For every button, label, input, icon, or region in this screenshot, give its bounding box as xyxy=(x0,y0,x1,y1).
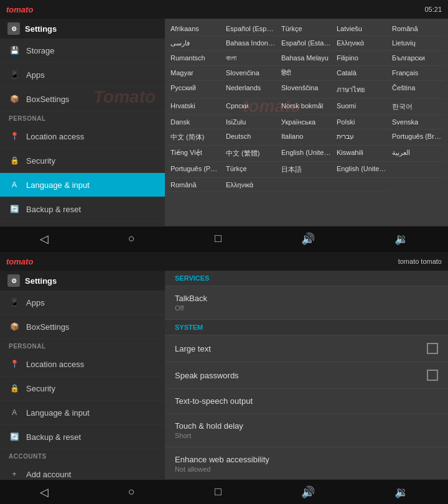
list-item[interactable]: Kiswahili xyxy=(334,146,390,162)
back-button-bottom[interactable]: ◁ xyxy=(30,482,58,502)
sidebar-item-security2[interactable]: 🔒 Security xyxy=(0,376,165,401)
list-item[interactable]: Slovenščina xyxy=(279,81,334,99)
list-item[interactable]: IsiZulu xyxy=(223,115,279,129)
list-item[interactable]: Русский xyxy=(168,81,223,99)
bottom-bar: tomato tomato tomato xyxy=(0,252,448,271)
list-item[interactable]: Latviešu xyxy=(334,22,390,36)
home-button-bottom[interactable]: ○ xyxy=(119,482,144,502)
tts-row[interactable]: Text-to-speech output xyxy=(165,389,448,414)
list-item[interactable]: Italiano xyxy=(279,129,334,146)
list-item[interactable]: Tiếng Việt xyxy=(168,146,223,162)
list-item[interactable]: العربية xyxy=(390,146,445,162)
list-item[interactable]: Deutsch xyxy=(223,129,279,146)
speak-passwords-checkbox[interactable] xyxy=(427,370,438,381)
list-item[interactable]: Lietuvių xyxy=(390,36,445,51)
list-item[interactable]: Svenska xyxy=(390,115,445,129)
list-item[interactable]: Norsk bokmål xyxy=(279,99,334,115)
large-text-title: Large text xyxy=(175,344,427,353)
bottom-bar-logos2: tomato tomato xyxy=(398,258,442,265)
home-button[interactable]: ○ xyxy=(119,229,144,248)
top-bar-logo: tomato xyxy=(6,5,33,14)
enhance-row[interactable]: Enhance web accessibility Not allowed xyxy=(165,447,448,479)
list-item[interactable]: Dansk xyxy=(168,115,223,129)
list-item[interactable]: Filipino xyxy=(334,51,390,66)
list-item[interactable]: Català xyxy=(334,66,390,81)
sidebar-item-location2[interactable]: 📍 Location access xyxy=(0,352,165,376)
list-item[interactable]: Türkçe xyxy=(223,162,279,178)
list-item[interactable]: 中文 (繁體) xyxy=(223,146,279,162)
list-item[interactable]: Српски xyxy=(223,99,279,115)
sidebar-item-security[interactable]: 🔒 Security xyxy=(0,149,165,173)
vol-down-bottom[interactable]: 🔊 xyxy=(292,482,324,502)
language-icon: A xyxy=(9,179,20,190)
list-item[interactable]: Ελληνικά xyxy=(223,178,279,192)
sidebar-item-boxsettings[interactable]: 📦 BoxSettings xyxy=(0,87,165,111)
list-item[interactable]: Română xyxy=(168,178,223,192)
talkback-row[interactable]: TalkBack Off xyxy=(165,286,448,320)
list-item[interactable] xyxy=(279,178,334,192)
list-item[interactable]: Afrikaans xyxy=(168,22,223,36)
list-item[interactable]: Bahasa Melayu xyxy=(279,51,334,66)
list-item[interactable]: বাংলা xyxy=(223,51,279,66)
recent-button[interactable]: □ xyxy=(205,229,231,248)
list-item[interactable]: Български xyxy=(390,51,445,66)
list-item[interactable]: Magyar xyxy=(168,66,223,81)
sidebar-item-language2[interactable]: A Language & input xyxy=(0,401,165,425)
list-item[interactable]: Ελληνικά xyxy=(334,36,390,51)
list-item[interactable]: Bahasa Indonesia xyxy=(223,36,279,51)
vol-down-button[interactable]: 🔊 xyxy=(292,229,324,249)
storage-icon: 💾 xyxy=(9,45,20,56)
top-bar-time: 05:21 xyxy=(424,6,442,13)
sidebar-item-backup[interactable]: 🔄 Backup & reset xyxy=(0,197,165,222)
large-text-checkbox[interactable] xyxy=(427,343,438,354)
list-item[interactable]: Suomi xyxy=(334,99,390,115)
list-item[interactable]: עברית xyxy=(334,129,390,146)
vol-up-bottom[interactable]: 🔉 xyxy=(385,482,418,502)
sidebar-item-apps[interactable]: 📱 Apps xyxy=(0,63,165,87)
recent-button-bottom[interactable]: □ xyxy=(205,482,231,502)
list-item[interactable]: Türkçe xyxy=(279,22,334,36)
system-header: SYSTEM xyxy=(165,320,448,335)
large-text-row[interactable]: Large text xyxy=(165,335,448,362)
list-item[interactable]: ภาษาไทย xyxy=(334,81,390,99)
list-item[interactable]: English (United States) xyxy=(334,162,390,178)
speak-passwords-row[interactable]: Speak passwords xyxy=(165,362,448,389)
list-item[interactable]: Español (Estados U… xyxy=(279,36,334,51)
bottom-panel: tomato tomato tomato ⚙ Settings 📱 Apps 📦… xyxy=(0,252,448,504)
list-item[interactable]: Nederlands xyxy=(223,81,279,99)
list-item[interactable]: Română xyxy=(390,22,445,36)
list-item[interactable]: Français xyxy=(390,66,445,81)
list-item[interactable]: Português (Portu… xyxy=(168,162,223,178)
list-item[interactable] xyxy=(390,162,445,178)
list-item[interactable]: 日本語 xyxy=(279,162,334,178)
sidebar-item-apps2[interactable]: 📱 Apps xyxy=(0,291,165,315)
list-item[interactable]: Українська xyxy=(279,115,334,129)
bottom-settings-icon: ⚙ xyxy=(7,274,20,287)
apps-icon: 📱 xyxy=(9,69,20,80)
list-item[interactable]: English (United Kin… xyxy=(279,146,334,162)
list-item[interactable]: Português (Brasi… xyxy=(390,129,445,146)
sidebar-item-storage[interactable]: 💾 Storage xyxy=(0,39,165,63)
touch-hold-row[interactable]: Touch & hold delay Short xyxy=(165,414,448,447)
vol-up-button[interactable]: 🔉 xyxy=(385,229,418,249)
list-item[interactable]: Rumantsch xyxy=(168,51,223,66)
list-item[interactable]: 한국어 xyxy=(390,99,445,115)
list-item[interactable]: Hrvatski xyxy=(168,99,223,115)
sidebar-item-location[interactable]: 📍 Location access xyxy=(0,124,165,149)
list-item[interactable]: Slovenčina xyxy=(223,66,279,81)
list-item[interactable]: हिंदी xyxy=(279,66,334,81)
sidebar-section-personal: PERSONAL xyxy=(0,111,165,124)
back-button[interactable]: ◁ xyxy=(30,229,58,249)
list-item[interactable]: فارسی xyxy=(168,36,223,51)
list-item[interactable]: 中文 (简体) xyxy=(168,129,223,146)
sidebar-item-add-account2[interactable]: + Add account xyxy=(0,462,165,479)
sidebar-item-backup2[interactable]: 🔄 Backup & reset xyxy=(0,425,165,449)
list-item[interactable]: Čeština xyxy=(390,81,445,99)
boxsettings2-icon: 📦 xyxy=(9,321,20,332)
backup2-icon: 🔄 xyxy=(9,431,20,442)
sidebar-item-language[interactable]: A Language & input xyxy=(0,173,165,197)
sidebar-item-boxsettings2[interactable]: 📦 BoxSettings xyxy=(0,315,165,339)
list-item[interactable]: Español (España) xyxy=(223,22,279,36)
list-item[interactable] xyxy=(334,178,390,192)
list-item[interactable]: Polski xyxy=(334,115,390,129)
